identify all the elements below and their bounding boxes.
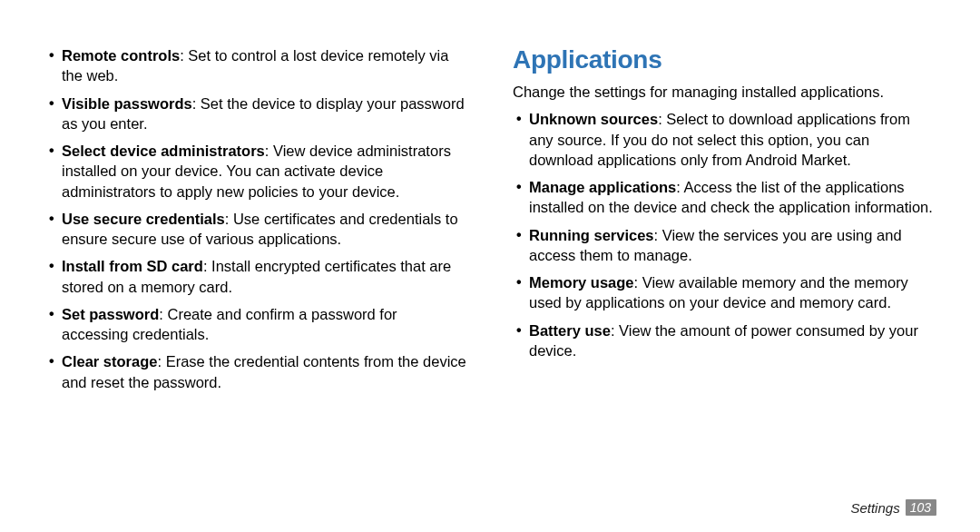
- term: Battery use: [529, 322, 611, 339]
- term: Manage applications: [529, 179, 676, 195]
- intro-text: Change the settings for managing install…: [513, 82, 935, 102]
- page-footer: Settings 103: [850, 499, 936, 516]
- term: Clear storage: [62, 353, 157, 369]
- term: Memory usage: [529, 274, 634, 291]
- term: Set password: [62, 306, 159, 322]
- list-item: Memory usage: View available memory and …: [513, 272, 935, 313]
- list-item: Select device administrators: View devic…: [45, 141, 467, 202]
- footer-section-name: Settings: [850, 500, 899, 516]
- section-heading: Applications: [513, 45, 935, 74]
- page-number: 103: [906, 499, 936, 516]
- left-column: Remote controls: Set to control a lost d…: [45, 45, 467, 399]
- term: Select device administrators: [62, 143, 265, 159]
- list-item: Running services: View the services you …: [513, 225, 935, 266]
- list-item: Clear storage: Erase the credential cont…: [45, 351, 467, 392]
- list-item: Visible passwords: Set the device to dis…: [45, 94, 467, 134]
- left-bullet-list: Remote controls: Set to control a lost d…: [45, 45, 467, 392]
- term: Remote controls: [62, 47, 180, 64]
- term: Unknown sources: [529, 111, 658, 127]
- list-item: Manage applications: Access the list of …: [513, 177, 935, 218]
- page-content: Remote controls: Set to control a lost d…: [0, 0, 980, 399]
- term: Use secure credentials: [62, 211, 225, 227]
- list-item: Use secure credentials: Use certificates…: [45, 209, 467, 250]
- term: Visible passwords: [62, 95, 192, 112]
- list-item: Battery use: View the amount of power co…: [513, 320, 935, 361]
- list-item: Install from SD card: Install encrypted …: [45, 256, 467, 297]
- right-column: Applications Change the settings for man…: [513, 45, 935, 399]
- list-item: Remote controls: Set to control a lost d…: [45, 45, 467, 86]
- list-item: Set password: Create and confirm a passw…: [45, 304, 467, 345]
- term: Install from SD card: [62, 258, 203, 274]
- term: Running services: [529, 227, 654, 243]
- list-item: Unknown sources: Select to download appl…: [513, 109, 935, 170]
- right-bullet-list: Unknown sources: Select to download appl…: [513, 109, 935, 360]
